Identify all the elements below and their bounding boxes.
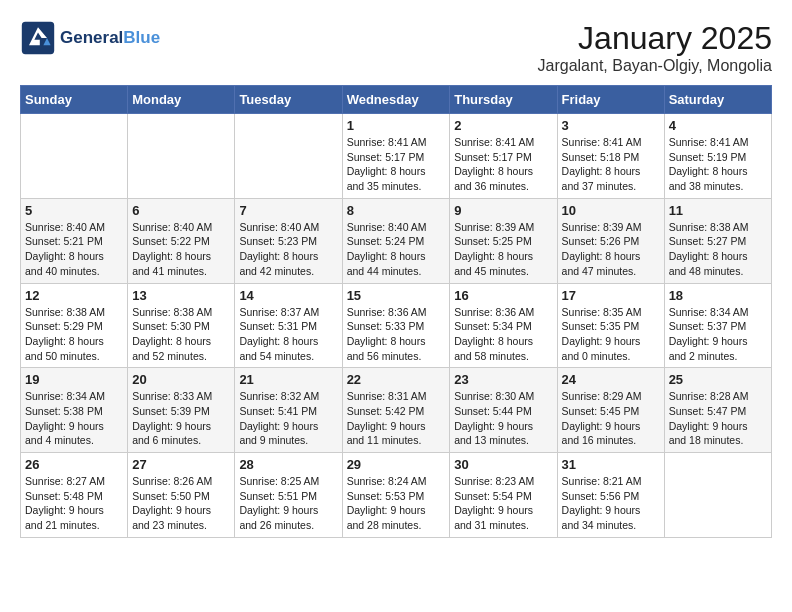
day-number: 19 [25, 372, 123, 387]
day-number: 21 [239, 372, 337, 387]
day-info: Sunrise: 8:28 AMSunset: 5:47 PMDaylight:… [669, 389, 767, 448]
day-number: 31 [562, 457, 660, 472]
calendar-cell: 30Sunrise: 8:23 AMSunset: 5:54 PMDayligh… [450, 453, 557, 538]
calendar-cell: 10Sunrise: 8:39 AMSunset: 5:26 PMDayligh… [557, 198, 664, 283]
calendar-table: SundayMondayTuesdayWednesdayThursdayFrid… [20, 85, 772, 538]
calendar-week-row: 1Sunrise: 8:41 AMSunset: 5:17 PMDaylight… [21, 114, 772, 199]
calendar-cell: 26Sunrise: 8:27 AMSunset: 5:48 PMDayligh… [21, 453, 128, 538]
page-header: GeneralBlue January 2025 Jargalant, Baya… [20, 20, 772, 75]
day-number: 28 [239, 457, 337, 472]
calendar-cell: 27Sunrise: 8:26 AMSunset: 5:50 PMDayligh… [128, 453, 235, 538]
calendar-week-row: 19Sunrise: 8:34 AMSunset: 5:38 PMDayligh… [21, 368, 772, 453]
day-number: 22 [347, 372, 446, 387]
weekday-header-row: SundayMondayTuesdayWednesdayThursdayFrid… [21, 86, 772, 114]
day-info: Sunrise: 8:41 AMSunset: 5:18 PMDaylight:… [562, 135, 660, 194]
day-number: 6 [132, 203, 230, 218]
day-number: 29 [347, 457, 446, 472]
calendar-week-row: 12Sunrise: 8:38 AMSunset: 5:29 PMDayligh… [21, 283, 772, 368]
day-number: 25 [669, 372, 767, 387]
day-info: Sunrise: 8:38 AMSunset: 5:30 PMDaylight:… [132, 305, 230, 364]
title-block: January 2025 Jargalant, Bayan-Olgiy, Mon… [538, 20, 773, 75]
calendar-cell [128, 114, 235, 199]
day-info: Sunrise: 8:27 AMSunset: 5:48 PMDaylight:… [25, 474, 123, 533]
day-info: Sunrise: 8:38 AMSunset: 5:27 PMDaylight:… [669, 220, 767, 279]
day-number: 26 [25, 457, 123, 472]
weekday-header: Sunday [21, 86, 128, 114]
calendar-cell: 3Sunrise: 8:41 AMSunset: 5:18 PMDaylight… [557, 114, 664, 199]
day-info: Sunrise: 8:26 AMSunset: 5:50 PMDaylight:… [132, 474, 230, 533]
calendar-cell: 5Sunrise: 8:40 AMSunset: 5:21 PMDaylight… [21, 198, 128, 283]
day-number: 24 [562, 372, 660, 387]
day-number: 17 [562, 288, 660, 303]
day-number: 12 [25, 288, 123, 303]
day-number: 30 [454, 457, 552, 472]
day-info: Sunrise: 8:41 AMSunset: 5:19 PMDaylight:… [669, 135, 767, 194]
weekday-header: Wednesday [342, 86, 450, 114]
day-number: 9 [454, 203, 552, 218]
day-info: Sunrise: 8:36 AMSunset: 5:33 PMDaylight:… [347, 305, 446, 364]
calendar-cell: 11Sunrise: 8:38 AMSunset: 5:27 PMDayligh… [664, 198, 771, 283]
calendar-cell: 29Sunrise: 8:24 AMSunset: 5:53 PMDayligh… [342, 453, 450, 538]
day-info: Sunrise: 8:34 AMSunset: 5:38 PMDaylight:… [25, 389, 123, 448]
day-number: 8 [347, 203, 446, 218]
day-info: Sunrise: 8:29 AMSunset: 5:45 PMDaylight:… [562, 389, 660, 448]
day-info: Sunrise: 8:31 AMSunset: 5:42 PMDaylight:… [347, 389, 446, 448]
calendar-cell: 25Sunrise: 8:28 AMSunset: 5:47 PMDayligh… [664, 368, 771, 453]
calendar-cell: 17Sunrise: 8:35 AMSunset: 5:35 PMDayligh… [557, 283, 664, 368]
day-number: 13 [132, 288, 230, 303]
calendar-cell: 8Sunrise: 8:40 AMSunset: 5:24 PMDaylight… [342, 198, 450, 283]
calendar-cell: 31Sunrise: 8:21 AMSunset: 5:56 PMDayligh… [557, 453, 664, 538]
day-number: 2 [454, 118, 552, 133]
day-info: Sunrise: 8:40 AMSunset: 5:22 PMDaylight:… [132, 220, 230, 279]
calendar-cell: 20Sunrise: 8:33 AMSunset: 5:39 PMDayligh… [128, 368, 235, 453]
calendar-week-row: 5Sunrise: 8:40 AMSunset: 5:21 PMDaylight… [21, 198, 772, 283]
weekday-header: Thursday [450, 86, 557, 114]
day-info: Sunrise: 8:36 AMSunset: 5:34 PMDaylight:… [454, 305, 552, 364]
calendar-cell: 12Sunrise: 8:38 AMSunset: 5:29 PMDayligh… [21, 283, 128, 368]
day-info: Sunrise: 8:40 AMSunset: 5:21 PMDaylight:… [25, 220, 123, 279]
day-number: 23 [454, 372, 552, 387]
weekday-header: Monday [128, 86, 235, 114]
day-info: Sunrise: 8:23 AMSunset: 5:54 PMDaylight:… [454, 474, 552, 533]
day-number: 5 [25, 203, 123, 218]
day-info: Sunrise: 8:34 AMSunset: 5:37 PMDaylight:… [669, 305, 767, 364]
calendar-cell: 9Sunrise: 8:39 AMSunset: 5:25 PMDaylight… [450, 198, 557, 283]
day-info: Sunrise: 8:39 AMSunset: 5:26 PMDaylight:… [562, 220, 660, 279]
day-info: Sunrise: 8:41 AMSunset: 5:17 PMDaylight:… [454, 135, 552, 194]
day-info: Sunrise: 8:21 AMSunset: 5:56 PMDaylight:… [562, 474, 660, 533]
calendar-cell [235, 114, 342, 199]
calendar-cell [664, 453, 771, 538]
day-info: Sunrise: 8:37 AMSunset: 5:31 PMDaylight:… [239, 305, 337, 364]
day-number: 14 [239, 288, 337, 303]
calendar-cell: 6Sunrise: 8:40 AMSunset: 5:22 PMDaylight… [128, 198, 235, 283]
calendar-cell: 2Sunrise: 8:41 AMSunset: 5:17 PMDaylight… [450, 114, 557, 199]
calendar-cell: 28Sunrise: 8:25 AMSunset: 5:51 PMDayligh… [235, 453, 342, 538]
svg-rect-0 [22, 22, 54, 54]
calendar-cell: 19Sunrise: 8:34 AMSunset: 5:38 PMDayligh… [21, 368, 128, 453]
weekday-header: Friday [557, 86, 664, 114]
day-number: 1 [347, 118, 446, 133]
logo-icon [20, 20, 56, 56]
day-number: 4 [669, 118, 767, 133]
calendar-cell: 18Sunrise: 8:34 AMSunset: 5:37 PMDayligh… [664, 283, 771, 368]
day-number: 3 [562, 118, 660, 133]
day-number: 20 [132, 372, 230, 387]
day-info: Sunrise: 8:35 AMSunset: 5:35 PMDaylight:… [562, 305, 660, 364]
day-info: Sunrise: 8:33 AMSunset: 5:39 PMDaylight:… [132, 389, 230, 448]
day-number: 10 [562, 203, 660, 218]
calendar-cell [21, 114, 128, 199]
calendar-week-row: 26Sunrise: 8:27 AMSunset: 5:48 PMDayligh… [21, 453, 772, 538]
day-info: Sunrise: 8:39 AMSunset: 5:25 PMDaylight:… [454, 220, 552, 279]
page-title: January 2025 [538, 20, 773, 57]
calendar-cell: 1Sunrise: 8:41 AMSunset: 5:17 PMDaylight… [342, 114, 450, 199]
calendar-cell: 14Sunrise: 8:37 AMSunset: 5:31 PMDayligh… [235, 283, 342, 368]
day-info: Sunrise: 8:30 AMSunset: 5:44 PMDaylight:… [454, 389, 552, 448]
logo: GeneralBlue [20, 20, 160, 56]
calendar-cell: 16Sunrise: 8:36 AMSunset: 5:34 PMDayligh… [450, 283, 557, 368]
calendar-cell: 23Sunrise: 8:30 AMSunset: 5:44 PMDayligh… [450, 368, 557, 453]
calendar-cell: 4Sunrise: 8:41 AMSunset: 5:19 PMDaylight… [664, 114, 771, 199]
day-number: 27 [132, 457, 230, 472]
day-info: Sunrise: 8:32 AMSunset: 5:41 PMDaylight:… [239, 389, 337, 448]
day-info: Sunrise: 8:40 AMSunset: 5:23 PMDaylight:… [239, 220, 337, 279]
day-number: 11 [669, 203, 767, 218]
